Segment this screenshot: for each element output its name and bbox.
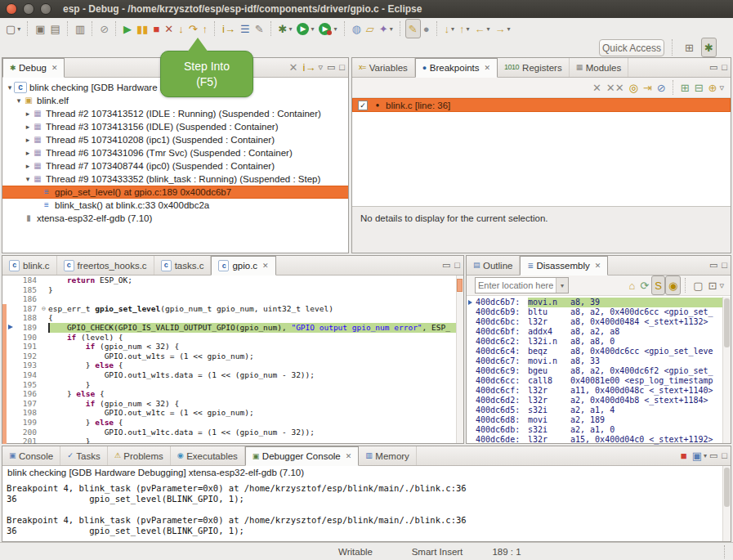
debug-tree-row[interactable]: ≡blink_task() at blink.c:33 0x400dbc2a (2, 199, 348, 212)
remove-breakpoint-button[interactable]: ✕ (590, 78, 604, 96)
maximize-icon[interactable]: □ (722, 63, 727, 72)
annotation-ruler-cell[interactable] (7, 361, 16, 370)
tab-variables[interactable]: x=Variables (352, 58, 415, 77)
disassembly-listing[interactable]: 400dc6b7:movi.na8, 39400dc6b9:bltua8, a2… (467, 296, 731, 446)
disassembly-line[interactable]: 400dc6c2:l32i.na8, a8, 0 (467, 337, 731, 347)
annotation-ruler-cell[interactable] (7, 380, 16, 390)
change-marker-tick[interactable] (457, 279, 463, 292)
location-input[interactable] (476, 280, 556, 290)
use-step-filters-button[interactable]: ☰ (238, 20, 253, 38)
maximize-icon[interactable]: □ (722, 261, 727, 270)
instruction-stepping-mode-button[interactable]: i→ (220, 20, 238, 38)
close-tab-icon[interactable]: ✕ (346, 452, 352, 460)
instruction-stepping-toggle[interactable]: i→ (301, 59, 319, 77)
step-over-button[interactable]: ↷ (186, 20, 200, 38)
tab-debugger-console[interactable]: ▣Debugger Console✕ (245, 446, 359, 466)
disassembly-scrollbar[interactable] (722, 297, 731, 443)
minimize-icon[interactable]: ▭ (709, 63, 717, 72)
annotation-ruler-cell[interactable] (7, 276, 16, 285)
annotation-ruler-cell[interactable] (7, 408, 16, 418)
suspend-button[interactable]: ▮▮ (134, 20, 150, 38)
forward-button[interactable]: →▾ (493, 20, 513, 38)
toggle-mark-occurrences-button[interactable]: ✎ (405, 19, 421, 38)
save-button[interactable]: ▣ (33, 20, 47, 38)
breakpoint-checkbox[interactable]: ✓ (358, 101, 368, 110)
next-annotation-button[interactable]: ↓▾ (442, 20, 458, 38)
external-tools-button[interactable]: ▶▾ (316, 20, 339, 38)
annotation-ruler-cell[interactable] (7, 313, 16, 323)
minimize-icon[interactable]: ▭ (709, 261, 717, 270)
debug-tree-row[interactable]: ▸▦Thread #7 1073408744 (ipc0) (Suspended… (2, 159, 348, 172)
window-minimize-button[interactable] (23, 3, 34, 15)
debug-tree-row[interactable]: ▸▦Thread #3 1073413156 (IDLE) (Suspended… (2, 120, 348, 133)
collapsed-arrow-icon[interactable]: ▸ (24, 110, 32, 118)
track-expression-toggle[interactable]: ◉ (665, 276, 681, 295)
skip-all-breakpoints-toggle[interactable]: ⊘ (655, 78, 668, 96)
code-line[interactable]: 200 GPIO.out1_w1tc.data = (1 << (gpio_nu… (2, 428, 463, 437)
save-as-button[interactable]: ▥ (73, 20, 87, 38)
tab-gpio-c[interactable]: cgpio.c✕ (211, 256, 275, 276)
code-line[interactable]: 193 } else { (2, 361, 463, 370)
remove-all-breakpoints-button[interactable]: ✕✕ (604, 78, 627, 96)
annotation-ruler-cell[interactable] (7, 285, 16, 295)
fold-collapse-icon[interactable]: ⊖ (39, 304, 48, 314)
code-line[interactable]: 188{ (2, 313, 463, 323)
tab-problems[interactable]: ⚠Problems (108, 446, 171, 465)
terminate-button[interactable]: ■ (150, 20, 162, 38)
open-element-button[interactable]: ◍ (350, 20, 364, 38)
code-line[interactable]: 196 } else { (2, 389, 463, 399)
annotation-ruler-cell[interactable] (7, 294, 16, 304)
display-selected-console-button[interactable]: ▣▾ (690, 447, 709, 465)
pin-view-button[interactable]: ⊡ (706, 276, 720, 294)
code-editor[interactable]: 184 return ESP_OK;185}186187⊖esp_err_t g… (2, 276, 463, 444)
minimize-icon[interactable]: ▭ (442, 261, 450, 270)
collapsed-arrow-icon[interactable]: ▸ (24, 149, 32, 157)
debug-tree-row[interactable]: ▾▦Thread #9 1073433352 (blink_task : Run… (2, 172, 348, 186)
code-line[interactable]: 201 } (2, 437, 463, 444)
code-line[interactable]: 189 GPIO_CHECK(GPIO_IS_VALID_OUTPUT_GPIO… (2, 323, 463, 333)
show-source-toggle[interactable]: S (651, 276, 665, 295)
tab-modules[interactable]: ▦Modules (570, 58, 628, 77)
location-dropdown-icon[interactable]: ▾ (556, 278, 568, 293)
window-close-button[interactable] (6, 3, 17, 15)
close-tab-icon[interactable]: ✕ (262, 262, 269, 270)
open-new-view-button[interactable]: ▢ (691, 276, 705, 294)
new-wizard-button[interactable]: ▢▾ (3, 20, 23, 38)
disassembly-line[interactable]: 400dc6cf:l32ra11, 0x400d048c <_stext+114… (467, 386, 731, 396)
disassembly-line[interactable]: 400dc6c9:bgeua8, a2, 0x400dc6f2 <gpio_se… (467, 366, 731, 376)
expand-all-button[interactable]: ⊞ (678, 78, 692, 96)
code-line[interactable]: 186 (2, 294, 463, 304)
resume-button[interactable]: ▶ (121, 20, 134, 38)
terminate-console-button[interactable]: ■ (678, 447, 690, 465)
disassembly-line[interactable]: 400dc6c7:movi.na8, 33 (467, 356, 731, 366)
disconnect-button[interactable]: ✕ (162, 20, 176, 38)
save-all-button[interactable]: ▤ (48, 20, 63, 38)
view-menu-icon[interactable]: ▿ (719, 281, 724, 290)
debug-tree-row[interactable]: ▸▦Thread #2 1073413512 (IDLE : Running) … (2, 107, 348, 120)
collapsed-arrow-icon[interactable]: ▸ (24, 162, 32, 170)
remove-all-terminated-button[interactable]: ✕ (287, 59, 301, 77)
code-line[interactable]: 190 if (level) { (2, 333, 463, 343)
show-breakpoints-for-selection-button[interactable]: ◎ (627, 78, 641, 96)
dropdown-arrow-icon[interactable]: ▾ (311, 25, 314, 33)
code-line[interactable]: 185} (2, 285, 463, 295)
annotation-ruler-cell[interactable] (7, 333, 16, 343)
code-line[interactable]: 199 } else { (2, 418, 463, 428)
disassembly-line[interactable]: 400dc6b9:bltua8, a2, 0x400dc6cc <gpio_se… (467, 307, 731, 317)
code-line[interactable]: 198 GPIO.out_w1tc = (1 << gpio_num); (2, 408, 463, 418)
code-line[interactable]: 194 GPIO.out1_w1ts.data = (1 << (gpio_nu… (2, 370, 463, 380)
annotation-ruler-cell[interactable] (7, 389, 16, 399)
annotation-ruler-cell[interactable] (7, 437, 16, 444)
debug-tree-row[interactable]: ▸▦Thread #5 1073410208 (ipc1) (Suspended… (2, 133, 348, 146)
disassembly-line[interactable]: 400dc6c4:beqza8, 0x400dc6cc <gpio_set_le… (467, 347, 731, 356)
step-return-button[interactable]: ↑ (200, 20, 211, 38)
expanded-arrow-icon[interactable]: ▾ (6, 83, 14, 92)
breakpoint-row[interactable]: ✓●blink.c [line: 36] (352, 98, 731, 112)
debug-button[interactable]: ✱▾ (276, 20, 295, 38)
collapse-all-button[interactable]: ⊟ (692, 78, 706, 96)
tab-tasks-c[interactable]: ctasks.c (154, 256, 212, 275)
disassembly-line[interactable]: 400dc6d5:s32ia2, a1, 4 (467, 405, 731, 415)
tab-outline[interactable]: ▤Outline (467, 256, 520, 275)
expanded-arrow-icon[interactable]: ▾ (24, 175, 32, 183)
dropdown-arrow-icon[interactable]: ▾ (507, 25, 511, 33)
